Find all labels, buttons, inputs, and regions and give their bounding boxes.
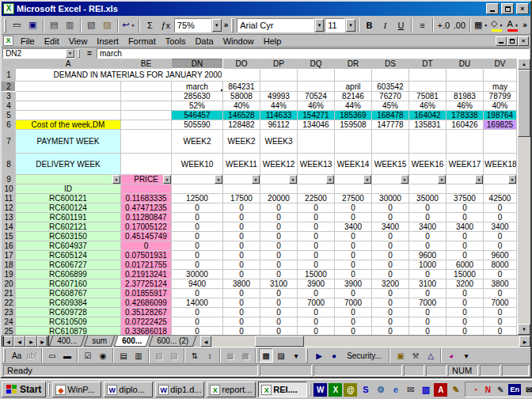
cell[interactable]: 9400 (172, 279, 223, 289)
cell[interactable] (446, 69, 484, 82)
menu-tools[interactable]: Tools (161, 36, 191, 47)
font-color-icon[interactable]: A▼ (505, 17, 520, 33)
cell[interactable]: 0 (335, 308, 372, 317)
cell[interactable] (409, 82, 446, 92)
cell[interactable]: 0 (223, 270, 260, 279)
cell[interactable]: 3900 (298, 279, 335, 289)
cell[interactable]: 75081 (409, 92, 446, 101)
cell[interactable]: 0.35128267 (121, 308, 172, 317)
cell[interactable]: 0 (223, 289, 260, 298)
cell[interactable]: ▼ (16, 175, 121, 184)
cell[interactable]: 9600 (484, 251, 517, 260)
cell[interactable]: 603542 (372, 82, 409, 92)
cell[interactable]: 44% (260, 101, 298, 111)
increase-decimal-icon[interactable]: +.0 (436, 17, 451, 33)
row-header[interactable]: 22 (2, 298, 16, 308)
cell[interactable]: 0.17005122 (121, 222, 172, 232)
cell[interactable] (223, 184, 260, 194)
horizontal-scrollbar[interactable]: ◀ ▶ (200, 336, 530, 347)
row-header[interactable]: 5 (2, 111, 16, 120)
zoom-combobox[interactable]: 75% (174, 18, 211, 32)
underline-icon[interactable]: U (393, 17, 408, 33)
cell[interactable]: 3400 (335, 222, 372, 232)
cell[interactable]: ▼ (260, 175, 298, 184)
option-button-icon[interactable]: ◉ (96, 348, 110, 363)
cell[interactable]: march (172, 82, 223, 92)
minimize-button[interactable] (486, 3, 499, 14)
cell[interactable]: 0 (223, 213, 260, 222)
cell[interactable]: 0.01855917 (121, 289, 172, 298)
bold-icon[interactable]: B (362, 17, 377, 33)
cell[interactable] (372, 69, 409, 82)
cell[interactable]: 78799 (484, 92, 517, 101)
cell[interactable]: 30000 (172, 270, 223, 279)
cell[interactable]: 0 (260, 213, 298, 222)
cell[interactable]: 0 (223, 308, 260, 317)
cell[interactable]: ▼ (372, 175, 409, 184)
record-macro-icon[interactable]: ● (327, 348, 341, 363)
cell[interactable]: 0 (372, 203, 409, 213)
cell[interactable]: 169825 (484, 120, 517, 130)
cell[interactable]: WEEK3 (260, 130, 298, 154)
cell[interactable]: 96112 (260, 120, 298, 130)
cell[interactable]: 0 (484, 270, 517, 279)
checkbox-icon[interactable]: ☑ (81, 348, 95, 363)
cell[interactable]: 546457 (172, 111, 223, 120)
cell[interactable]: 154271 (298, 111, 335, 120)
cell[interactable]: 0 (298, 203, 335, 213)
window-panel-icon[interactable]: ▥ (419, 383, 432, 397)
excel-app-icon[interactable]: X (3, 3, 14, 14)
cell[interactable]: 0 (298, 213, 335, 222)
cell[interactable]: may (484, 82, 517, 92)
italic-icon[interactable]: I (378, 17, 393, 33)
taskbar-app-report[interactable]: Xreport... (207, 382, 256, 397)
cell[interactable]: 0 (409, 232, 446, 241)
cell[interactable]: ID (16, 184, 121, 194)
font-size-combobox[interactable]: 11 (325, 18, 345, 32)
cell[interactable]: 76270 (372, 92, 409, 101)
cell[interactable] (16, 82, 121, 92)
spinner-icon[interactable]: ⇅ (188, 348, 202, 363)
cell[interactable]: WEEK16 (409, 154, 446, 175)
save-icon[interactable]: ▣ (25, 17, 40, 33)
button-icon[interactable]: ▬ (60, 348, 74, 363)
cell[interactable]: 0 (446, 327, 484, 336)
cell[interactable]: 0 (446, 241, 484, 251)
cell[interactable]: Cost of the week,DM (16, 120, 121, 130)
sheet-tab[interactable]: 600... (114, 336, 150, 347)
cell[interactable]: 0 (372, 241, 409, 251)
cell[interactable]: 128482 (223, 120, 260, 130)
autofilter-dropdown-icon[interactable]: ▼ (363, 175, 371, 184)
cell[interactable] (298, 130, 335, 154)
font-color-icon-dropdown[interactable]: ▼ (515, 23, 519, 28)
scrollbar-icon[interactable]: ↕ (203, 348, 217, 363)
cell[interactable]: 37500 (446, 194, 484, 203)
autosum-icon[interactable]: Σ (142, 17, 158, 33)
list-box-icon[interactable]: ▤ (116, 348, 131, 363)
cell[interactable]: 0 (260, 289, 298, 298)
cell[interactable]: 0 (484, 327, 517, 336)
cell[interactable]: 146528 (223, 111, 260, 120)
cell[interactable]: 0 (372, 270, 409, 279)
cell[interactable]: 134046 (298, 120, 335, 130)
row-header[interactable]: 17 (2, 251, 16, 260)
doc-minimize-button[interactable] (496, 36, 507, 46)
font-size-dropdown-icon[interactable]: ▼ (346, 19, 355, 32)
cell[interactable] (16, 111, 121, 120)
cell[interactable]: 0 (172, 203, 223, 213)
cell[interactable]: 135831 (409, 120, 446, 130)
cell[interactable]: 0 (223, 327, 260, 336)
cell[interactable] (121, 82, 172, 92)
cell[interactable]: 164042 (409, 111, 446, 120)
cell[interactable]: RC603150 (16, 232, 121, 241)
cell[interactable]: 3400 (446, 222, 484, 232)
autofilter-dropdown-icon[interactable]: ▼ (438, 175, 446, 184)
cell[interactable] (260, 82, 298, 92)
cell[interactable]: 0 (172, 213, 223, 222)
cell[interactable]: 198764 (484, 111, 517, 120)
row-header[interactable]: 8 (2, 154, 16, 175)
run-dialog-icon[interactable]: ▨ (274, 348, 288, 363)
cell[interactable]: 0 (372, 232, 409, 241)
cell[interactable]: RC600124 (16, 203, 121, 213)
cell[interactable]: 3400 (372, 222, 409, 232)
